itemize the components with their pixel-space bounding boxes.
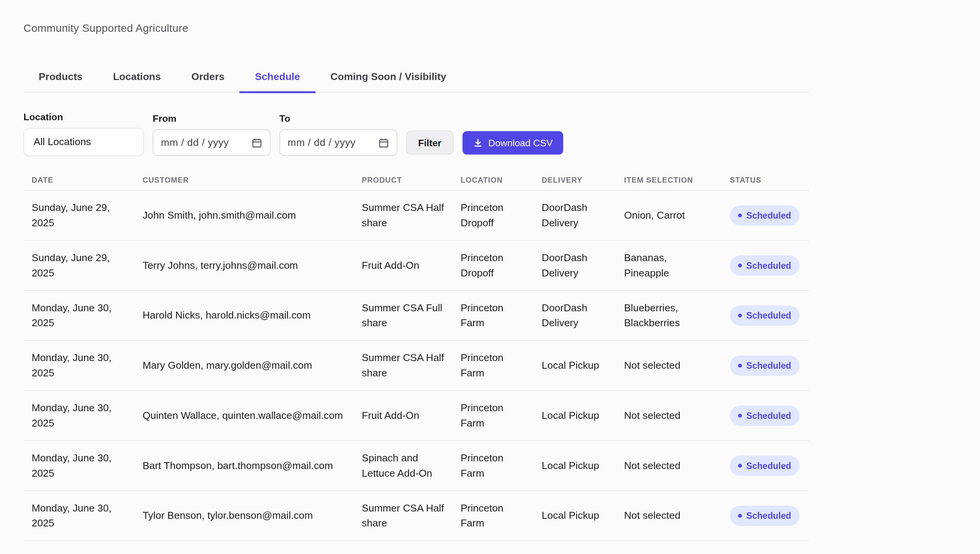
- from-label: From: [153, 113, 271, 124]
- status-dot-icon: [738, 314, 742, 317]
- table-row: Monday, June 30, 2025 Harold Nicks, haro…: [23, 291, 809, 341]
- page-title: Community Supported Agriculture: [23, 0, 809, 35]
- column-header: DELIVERY: [542, 175, 624, 184]
- cell-product: Spinach and Lettuce Add-On: [362, 451, 461, 481]
- cell-product: Summer CSA Half share: [362, 500, 461, 531]
- cell-status: Scheduled: [730, 255, 809, 276]
- cell-item-selection: Bananas, Pineapple: [624, 250, 730, 281]
- cell-customer: John Smith, john.smith@mail.com: [142, 208, 362, 223]
- cell-item-selection: Blueberries, Blackberries: [624, 300, 730, 330]
- cell-date: Monday, June 30, 2025: [32, 500, 143, 531]
- status-label: Scheduled: [746, 258, 791, 273]
- status-badge: Scheduled: [730, 405, 800, 426]
- table-row: Monday, June 30, 2025 Tylor Benson, tylo…: [23, 491, 809, 541]
- table-row: Monday, June 30, 2025 Mary Golden, mary.…: [23, 341, 809, 391]
- cell-product: Summer CSA Full share: [362, 300, 461, 330]
- status-dot-icon: [738, 364, 742, 368]
- location-label: Location: [23, 111, 144, 122]
- cell-location: Princeton Farm: [461, 300, 542, 330]
- tab-products[interactable]: Products: [23, 62, 98, 92]
- cell-location: Princeton Dropoff: [461, 250, 542, 281]
- column-header: LOCATION: [461, 175, 542, 184]
- cell-location: Princeton Farm: [461, 350, 542, 381]
- table-row: Sunday, June 29, 2025 Terry Johns, terry…: [23, 241, 809, 291]
- calendar-icon[interactable]: [252, 137, 262, 148]
- table-row: Monday, June 30, 2025 Bart Thompson, bar…: [23, 441, 809, 491]
- status-dot-icon: [738, 414, 742, 418]
- cell-date: Monday, June 30, 2025: [32, 300, 143, 330]
- location-filter-group: Location All Locations: [23, 111, 144, 156]
- status-label: Scheduled: [746, 358, 791, 373]
- table-header-row: DATECUSTOMERPRODUCTLOCATIONDELIVERYITEM …: [23, 170, 809, 191]
- cell-delivery: Local Pickup: [542, 408, 624, 423]
- location-select-value: All Locations: [34, 136, 91, 148]
- cell-item-selection: Onion, Carrot: [624, 208, 730, 223]
- cell-product: Summer CSA Half share: [362, 200, 461, 230]
- tab-coming-soon-visibility[interactable]: Coming Soon / Visibility: [315, 62, 461, 92]
- tab-bar: ProductsLocationsOrdersScheduleComing So…: [23, 62, 809, 92]
- cell-delivery: Local Pickup: [542, 458, 624, 474]
- cell-location: Princeton Farm: [461, 400, 542, 431]
- tab-locations[interactable]: Locations: [98, 62, 176, 92]
- cell-status: Scheduled: [730, 306, 809, 326]
- cell-delivery: DoorDash Delivery: [542, 250, 624, 281]
- cell-date: Monday, June 30, 2025: [32, 400, 143, 431]
- cell-delivery: DoorDash Delivery: [542, 300, 624, 330]
- calendar-icon[interactable]: [378, 137, 389, 148]
- cell-customer: Terry Johns, terry.johns@mail.com: [142, 258, 362, 273]
- status-badge: Scheduled: [730, 255, 800, 276]
- from-date-group: From mm / dd / yyyy: [153, 113, 271, 156]
- status-badge: Scheduled: [730, 456, 800, 476]
- cell-status: Scheduled: [730, 456, 809, 476]
- schedule-table: DATECUSTOMERPRODUCTLOCATIONDELIVERYITEM …: [23, 170, 809, 541]
- status-label: Scheduled: [746, 208, 791, 223]
- cell-customer: Bart Thompson, bart.thompson@mail.com: [142, 458, 362, 474]
- column-header: PRODUCT: [362, 175, 461, 184]
- tab-orders[interactable]: Orders: [176, 62, 240, 92]
- cell-item-selection: Not selected: [624, 508, 730, 523]
- csa-admin-page: Community Supported Agriculture Products…: [0, 0, 809, 541]
- table-row: Sunday, June 29, 2025 John Smith, john.s…: [23, 191, 809, 241]
- cell-date: Sunday, June 29, 2025: [32, 200, 143, 230]
- cell-item-selection: Not selected: [624, 358, 730, 373]
- cell-location: Princeton Dropoff: [461, 200, 542, 230]
- cell-location: Princeton Farm: [461, 451, 542, 481]
- status-badge: Scheduled: [730, 306, 800, 326]
- cell-location: Princeton Farm: [461, 500, 542, 531]
- status-dot-icon: [738, 464, 742, 467]
- table-row: Monday, June 30, 2025 Quinten Wallace, q…: [23, 391, 809, 441]
- status-badge: Scheduled: [730, 355, 800, 376]
- to-date-group: To mm / dd / yyyy: [279, 113, 397, 156]
- column-header: ITEM SELECTION: [624, 175, 730, 184]
- cell-item-selection: Not selected: [624, 408, 730, 423]
- location-select[interactable]: All Locations: [23, 128, 144, 156]
- tab-schedule[interactable]: Schedule: [240, 62, 315, 93]
- status-badge: Scheduled: [730, 205, 800, 226]
- to-date-placeholder: mm / dd / yyyy: [287, 137, 356, 148]
- status-label: Scheduled: [746, 458, 791, 474]
- cell-product: Fruit Add-On: [362, 408, 461, 423]
- to-date-input[interactable]: mm / dd / yyyy: [279, 129, 397, 156]
- to-label: To: [279, 113, 397, 124]
- cell-status: Scheduled: [730, 355, 809, 376]
- download-csv-label: Download CSV: [488, 137, 552, 148]
- cell-customer: Quinten Wallace, quinten.wallace@mail.co…: [142, 408, 362, 423]
- cell-delivery: DoorDash Delivery: [542, 200, 624, 230]
- cell-customer: Tylor Benson, tylor.benson@mail.com: [142, 508, 362, 523]
- filter-bar: Location All Locations From mm / dd / yy…: [23, 111, 809, 156]
- cell-delivery: Local Pickup: [542, 358, 624, 373]
- cell-date: Monday, June 30, 2025: [32, 350, 143, 381]
- cell-product: Summer CSA Half share: [362, 350, 461, 381]
- status-dot-icon: [738, 263, 742, 267]
- status-dot-icon: [738, 514, 742, 518]
- column-header: CUSTOMER: [142, 175, 362, 184]
- from-date-input[interactable]: mm / dd / yyyy: [153, 129, 271, 156]
- filter-button[interactable]: Filter: [406, 131, 454, 155]
- status-dot-icon: [738, 214, 742, 217]
- cell-customer: Mary Golden, mary.golden@mail.com: [142, 358, 362, 373]
- cell-status: Scheduled: [730, 506, 809, 526]
- cell-customer: Harold Nicks, harold.nicks@mail.com: [142, 308, 362, 323]
- cell-status: Scheduled: [730, 405, 809, 426]
- status-label: Scheduled: [746, 408, 791, 423]
- download-csv-button[interactable]: Download CSV: [462, 131, 564, 155]
